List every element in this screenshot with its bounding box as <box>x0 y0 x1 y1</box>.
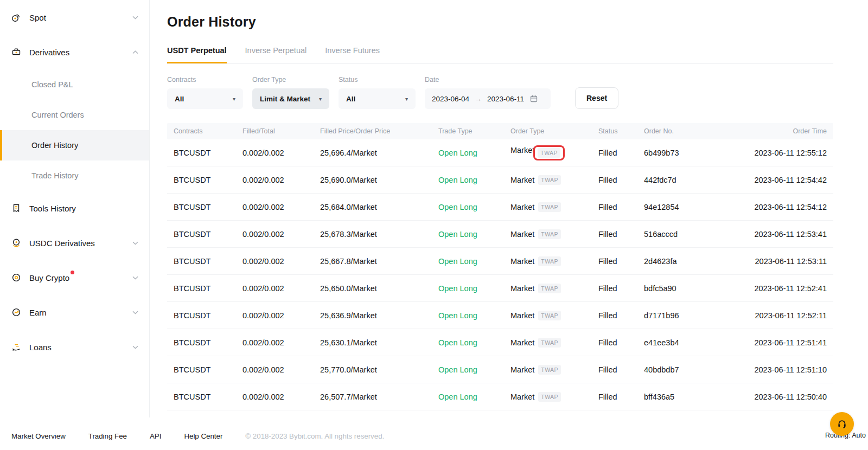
sidebar: Spot Derivatives Closed P&L Current Orde… <box>0 0 150 417</box>
sidebar-item-earn[interactable]: Earn <box>0 301 149 323</box>
sidebar-item-label: Tools History <box>29 204 76 213</box>
sidebar-item-spot[interactable]: Spot <box>0 7 149 28</box>
cell-status: Filled <box>598 203 644 211</box>
footer: Market Overview Trading Fee API Help Cen… <box>11 432 384 440</box>
order-type-select[interactable]: Limit & Market ▾ <box>252 88 329 109</box>
filter-label-contracts: Contracts <box>167 76 243 83</box>
order-history-page: Spot Derivatives Closed P&L Current Orde… <box>0 0 868 450</box>
cell-status: Filled <box>598 176 644 184</box>
cell-trade-type: Open Long <box>438 230 510 239</box>
cell-order-time: 2023-06-11 12:50:40 <box>736 393 833 401</box>
tab-inverse-perpetual[interactable]: Inverse Perpetual <box>245 46 307 63</box>
cell-trade-type: Open Long <box>438 149 510 157</box>
cell-order-time: 2023-06-11 12:54:42 <box>736 176 833 184</box>
twap-badge: TWAP <box>538 365 561 375</box>
caret-down-icon: ▾ <box>233 96 235 102</box>
caret-down-icon: ▾ <box>319 96 322 102</box>
footer-link-market-overview[interactable]: Market Overview <box>11 432 66 440</box>
tab-usdt-perpetual[interactable]: USDT Perpetual <box>167 46 227 63</box>
cell-filled-total: 0.002/0.002 <box>242 176 320 184</box>
cell-filled-price: 26,507.7/Market <box>320 393 438 401</box>
chevron-down-icon <box>132 311 138 314</box>
cell-filled-total: 0.002/0.002 <box>242 149 320 157</box>
cell-filled-total: 0.002/0.002 <box>242 311 320 320</box>
caret-down-icon: ▾ <box>405 96 408 102</box>
twap-badge: TWAP <box>538 175 561 185</box>
tab-inverse-futures[interactable]: Inverse Futures <box>325 46 380 63</box>
order-type-text: Market <box>510 365 534 374</box>
table-row: BTCUSDT0.002/0.00225,650.0/MarketOpen Lo… <box>167 275 833 302</box>
cell-order-type: MarketTWAP <box>510 311 598 320</box>
cell-filled-total: 0.002/0.002 <box>242 257 320 266</box>
order-type-text: Market <box>510 203 534 211</box>
cell-order-no: d7171b96 <box>644 311 736 320</box>
cell-trade-type: Open Long <box>438 338 510 347</box>
sidebar-item-buy-crypto[interactable]: Buy Crypto <box>0 267 149 288</box>
status-select-value: All <box>346 95 355 103</box>
cell-status: Filled <box>598 311 644 320</box>
twap-highlight-annotation: TWAP <box>533 145 565 160</box>
page-title: Order History <box>167 14 833 30</box>
date-range-picker[interactable]: 2023-06-04 → 2023-06-11 <box>425 88 551 109</box>
tab-bar: USDT Perpetual Inverse Perpetual Inverse… <box>167 46 833 64</box>
sidebar-item-derivatives[interactable]: Derivatives <box>0 41 149 63</box>
cell-filled-price: 25,684.0/Market <box>320 203 438 211</box>
cell-contracts: BTCUSDT <box>167 284 242 293</box>
sidebar-item-order-history[interactable]: Order History <box>0 130 149 160</box>
table-row: BTCUSDT0.002/0.00225,690.0/MarketOpen Lo… <box>167 166 833 194</box>
table-body: BTCUSDT0.002/0.00225,696.4/MarketOpen Lo… <box>167 139 833 410</box>
cell-filled-price: 25,630.1/Market <box>320 338 438 347</box>
sidebar-item-label: Earn <box>29 308 47 317</box>
cell-order-time: 2023-06-11 12:52:11 <box>736 311 833 320</box>
twap-badge: TWAP <box>538 256 561 266</box>
footer-link-trading-fee[interactable]: Trading Fee <box>88 432 127 440</box>
main-content: Order History USDT Perpetual Inverse Per… <box>150 0 868 410</box>
cell-order-type: MarketTWAP <box>510 365 598 375</box>
filter-label-date: Date <box>425 76 551 83</box>
cell-trade-type: Open Long <box>438 203 510 211</box>
footer-link-help-center[interactable]: Help Center <box>184 432 222 440</box>
derivatives-submenu: Closed P&L Current Orders Order History … <box>0 69 149 191</box>
cell-order-type: MarketTWAP <box>510 145 598 160</box>
table-row: BTCUSDT0.002/0.00225,636.9/MarketOpen Lo… <box>167 302 833 329</box>
contracts-select[interactable]: All ▾ <box>167 88 243 109</box>
table-header-row: Contracts Filled/Total Filled Price/Orde… <box>167 123 833 139</box>
cell-order-time: 2023-06-11 12:53:11 <box>736 257 833 266</box>
cell-filled-price: 25,690.0/Market <box>320 176 438 184</box>
reset-button[interactable]: Reset <box>575 87 618 109</box>
twap-badge: TWAP <box>538 392 561 402</box>
sidebar-item-closed-pnl[interactable]: Closed P&L <box>0 69 149 100</box>
order-type-text: Market <box>510 176 534 184</box>
twap-badge: TWAP <box>538 284 561 293</box>
tools-history-icon <box>11 203 22 214</box>
calendar-icon <box>529 94 538 103</box>
cell-filled-total: 0.002/0.002 <box>242 338 320 347</box>
cell-filled-price: 25,678.3/Market <box>320 230 438 239</box>
cell-trade-type: Open Long <box>438 284 510 293</box>
order-type-text: Market <box>510 284 534 293</box>
status-select[interactable]: All ▾ <box>339 88 416 109</box>
sidebar-item-label: Buy Crypto <box>29 273 69 282</box>
cell-order-no: 442fdc7d <box>644 176 736 184</box>
sidebar-item-tools-history[interactable]: Tools History <box>0 197 149 219</box>
table-row: BTCUSDT0.002/0.00225,770.0/MarketOpen Lo… <box>167 356 833 383</box>
sidebar-item-label: Derivatives <box>29 48 69 57</box>
sidebar-item-usdc-derivatives[interactable]: USDC Derivatives <box>0 232 149 254</box>
loans-icon <box>11 342 22 352</box>
cell-contracts: BTCUSDT <box>167 203 242 211</box>
chevron-down-icon <box>132 345 138 349</box>
sidebar-item-trade-history[interactable]: Trade History <box>0 160 149 191</box>
cell-order-time: 2023-06-11 12:52:41 <box>736 284 833 293</box>
support-button[interactable] <box>830 412 854 436</box>
sidebar-item-current-orders[interactable]: Current Orders <box>0 100 149 130</box>
chevron-down-icon <box>132 16 138 20</box>
cell-filled-total: 0.002/0.002 <box>242 284 320 293</box>
sidebar-item-loans[interactable]: Loans <box>0 336 149 358</box>
filter-label-order-type: Order Type <box>252 76 329 83</box>
twap-badge: TWAP <box>538 148 560 158</box>
table-row: BTCUSDT0.002/0.00225,630.1/MarketOpen Lo… <box>167 329 833 356</box>
contracts-select-value: All <box>175 95 184 103</box>
footer-link-api[interactable]: API <box>150 432 161 440</box>
column-header-contracts: Contracts <box>167 127 242 135</box>
cell-filled-price: 25,770.0/Market <box>320 365 438 374</box>
